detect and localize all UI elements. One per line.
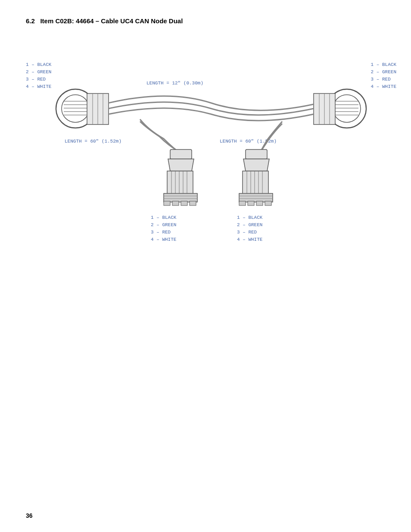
svg-rect-22 (170, 149, 192, 159)
svg-rect-33 (164, 201, 170, 205)
diagram-area: 1 – BLACK 2 – GREEN 3 – RED 4 – WHITE 1 … (26, 37, 396, 261)
svg-rect-50 (256, 201, 263, 205)
svg-point-1 (62, 95, 89, 122)
svg-rect-51 (265, 201, 271, 205)
svg-rect-39 (243, 171, 268, 195)
svg-marker-38 (243, 159, 269, 171)
cable-diagram-svg (26, 37, 396, 261)
svg-rect-34 (172, 201, 179, 205)
svg-rect-30 (164, 193, 197, 202)
svg-rect-36 (190, 201, 196, 205)
svg-rect-48 (239, 201, 246, 205)
page-number: 36 (26, 512, 33, 519)
page: 6.2 Item C02B: 44664 – Cable UC4 CAN Nod… (0, 0, 411, 532)
svg-point-12 (333, 95, 361, 122)
section-title: 6.2 Item C02B: 44664 – Cable UC4 CAN Nod… (26, 17, 385, 25)
svg-rect-45 (239, 193, 273, 202)
section-heading: Item C02B: 44664 – Cable UC4 CAN Node Du… (40, 17, 183, 25)
svg-rect-37 (246, 149, 267, 159)
section-number: 6.2 (26, 17, 35, 25)
svg-rect-49 (248, 201, 254, 205)
svg-rect-35 (181, 201, 187, 205)
svg-marker-23 (168, 159, 194, 171)
svg-rect-24 (167, 171, 193, 195)
